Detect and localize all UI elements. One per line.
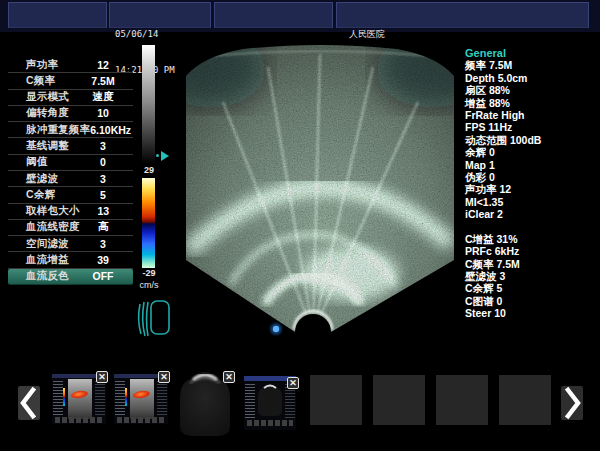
parameter-value: 39 <box>79 254 127 266</box>
focus-marker-dot <box>156 154 159 157</box>
top-status-bar: 05/06/14 14:21:00 PM 人民医院 L14-5/38 <box>0 0 600 32</box>
thumb-mini-strip <box>55 417 103 423</box>
thumb-right-text <box>95 381 105 415</box>
parameter-row[interactable]: 空间滤波 3 <box>8 236 133 252</box>
hospital-name: 人民医院 <box>349 28 392 40</box>
parameter-row[interactable]: C频率 7.5M <box>8 73 133 89</box>
parameter-row[interactable]: 血流线密度 高 <box>8 220 133 236</box>
parameter-label: 显示模式 <box>26 90 69 104</box>
thumbnail-slot-empty <box>499 375 551 425</box>
parameter-value: 速度 <box>79 90 127 104</box>
body-mark-icon[interactable] <box>135 297 171 339</box>
parameter-label: 血流反色 <box>26 269 69 283</box>
parameter-readout: Steer 10 <box>465 307 595 319</box>
parameter-readout: Map 1 <box>465 159 595 171</box>
parameter-label: 基线调整 <box>26 139 69 153</box>
topbar-segment-empty-left <box>8 2 107 28</box>
parameter-readout: 扇区 88% <box>465 84 595 96</box>
thumb-left-text <box>53 381 63 415</box>
parameter-row[interactable]: 显示模式 速度 <box>8 90 133 106</box>
parameter-value: 3 <box>79 173 127 185</box>
parameter-row[interactable]: 取样包大小 13 <box>8 204 133 220</box>
thumbnail-close-button[interactable]: ✕ <box>158 371 170 383</box>
thumb-doppler-flow <box>133 390 151 399</box>
thumb-image <box>130 379 154 419</box>
parameter-label: 偏转角度 <box>26 106 69 120</box>
parameter-readout: MI<1.35 <box>465 196 595 208</box>
parameter-readout: 声功率 12 <box>465 183 595 195</box>
parameter-readout: FrRate High <box>465 109 595 121</box>
thumbnails-prev-button[interactable] <box>18 386 40 420</box>
parameter-value: 10 <box>79 107 127 119</box>
thumbnail-doppler-2[interactable]: ✕ <box>114 374 168 424</box>
color-mode-parameters: C增益 31% PRFc 6kHz C频率 7.5M 壁滤波 3 C余辉 5 C… <box>465 233 595 320</box>
thumbnail-close-button[interactable]: ✕ <box>223 371 235 383</box>
parameter-readout: C频率 7.5M <box>465 258 595 270</box>
parameter-readout: 增益 88% <box>465 97 595 109</box>
parameter-row[interactable]: 血流反色 OFF <box>8 269 133 285</box>
parameter-readout: FPS 11Hz <box>465 121 595 133</box>
thumbnail-slot-empty <box>310 375 362 425</box>
parameter-row[interactable]: 基线调整 3 <box>8 138 133 154</box>
parameter-label: C余辉 <box>26 188 55 202</box>
thumb-mini-strip <box>117 417 165 423</box>
parameter-label: 取样包大小 <box>26 204 80 218</box>
parameter-label: 血流增益 <box>26 253 69 267</box>
parameter-row[interactable]: C余辉 5 <box>8 187 133 203</box>
topbar-segment-empty-mid <box>214 2 333 28</box>
parameter-readout: Depth 5.0cm <box>465 72 595 84</box>
parameter-readout: C余辉 5 <box>465 282 595 294</box>
parameter-value: 13 <box>80 205 128 217</box>
thumbnail-slot-empty <box>436 375 488 425</box>
parameter-row[interactable]: 壁滤波 3 <box>8 171 133 187</box>
thumbnail-close-button[interactable]: ✕ <box>96 371 108 383</box>
grayscale-map-bar <box>142 45 155 164</box>
thumbnail-close-button[interactable]: ✕ <box>287 377 299 389</box>
parameter-value: 高 <box>80 220 128 234</box>
parameter-label: 阈值 <box>26 155 47 169</box>
orientation-marker-dot <box>273 326 279 332</box>
thumb-colorbar <box>63 388 65 406</box>
parameter-value: 5 <box>79 189 127 201</box>
parameter-label: 声功率 <box>26 58 58 72</box>
parameter-row[interactable]: 阈值 0 <box>8 155 133 171</box>
velocity-scale-unit: cm/s <box>138 280 160 290</box>
thumb-sector-image <box>257 383 283 417</box>
parameter-value: OFF <box>79 270 127 282</box>
topbar-hospital-probe: 人民医院 L14-5/38 <box>336 2 589 28</box>
parameter-value: 12 <box>79 59 127 71</box>
thumbnail-sector-large[interactable]: ✕ <box>177 370 233 438</box>
date-text: 05/06/14 <box>115 28 175 40</box>
thumbnails-next-button[interactable] <box>561 386 583 420</box>
parameter-readout: C图谱 0 <box>465 295 595 307</box>
parameter-label: C频率 <box>26 74 55 88</box>
ultrasound-tissue-area <box>183 42 457 345</box>
parameter-value: 3 <box>79 238 127 250</box>
parameter-row[interactable]: 声功率 12 <box>8 57 133 73</box>
parameter-row[interactable]: 脉冲重复频率 6.10KHz <box>8 122 133 138</box>
left-chevron-icon <box>18 386 40 420</box>
thumbnail-sector-screen[interactable]: ✕ <box>244 376 296 430</box>
parameter-readout: 壁滤波 3 <box>465 270 595 282</box>
b-mode-parameters: 频率 7.5M Depth 5.0cm 扇区 88% 增益 88% FrRate… <box>465 59 595 220</box>
thumb-left-text <box>115 381 125 415</box>
thumbnail-slot-empty <box>373 375 425 425</box>
thumb-doppler-flow <box>71 390 89 399</box>
thumb-left-text <box>245 384 255 418</box>
thumb-image <box>68 379 92 419</box>
parameter-readout: C增益 31% <box>465 233 595 245</box>
thumbnail-doppler-1[interactable]: ✕ <box>52 374 106 424</box>
thumb-mini-strip <box>247 420 293 426</box>
ultrasound-image[interactable] <box>183 42 457 345</box>
parameter-readout: 频率 7.5M <box>465 59 595 71</box>
parameter-readout: 动态范围 100dB <box>465 134 595 146</box>
right-parameter-panel: General 频率 7.5M Depth 5.0cm 扇区 88% 增益 88… <box>465 47 595 320</box>
thumb-right-text <box>157 381 167 415</box>
parameter-readout: iClear 2 <box>465 208 595 220</box>
parameter-label: 血流线密度 <box>26 220 80 234</box>
parameter-label: 壁滤波 <box>26 172 58 186</box>
parameter-row[interactable]: 血流增益 39 <box>8 252 133 268</box>
thumb-right-text <box>285 384 295 418</box>
parameter-row[interactable]: 偏转角度 10 <box>8 106 133 122</box>
velocity-scale-min: -29 <box>138 268 160 278</box>
